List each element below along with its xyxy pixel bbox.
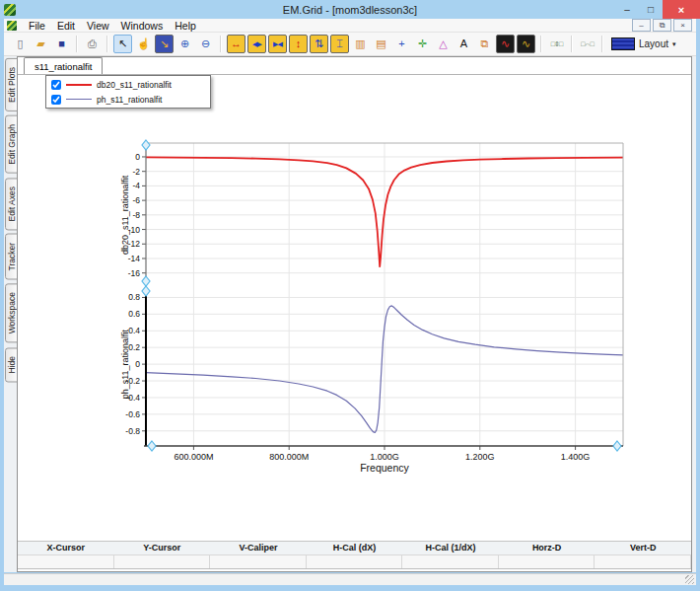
menu-items: FileEditViewWindowsHelp — [23, 20, 202, 32]
triangle-icon: △ — [439, 38, 447, 49]
magnifier-minus-icon: ⊖ — [201, 38, 210, 49]
window-controls: –□× — [615, 0, 700, 19]
zoom-in-y-button[interactable]: ⇅ — [310, 35, 328, 53]
plot-document-window — [17, 56, 692, 572]
close-button[interactable]: × — [663, 0, 700, 19]
menu-help[interactable]: Help — [169, 20, 202, 32]
fit-vertical-toggle[interactable]: □⇕□ — [547, 35, 566, 53]
child-restore-button[interactable]: ⧉ — [653, 19, 671, 32]
readout-header-h-cal-dx-: H-Cal (dX) — [307, 542, 403, 554]
status-bar — [4, 573, 696, 585]
dark-style-yellow-button[interactable]: ∿ — [517, 35, 535, 53]
toolbar: ▯▰■⎙↖☝↘⊕⊖↔◀▶▶◀↕⇅⌶▥▤+✛△A⧉∿∿□⇕□□⇔□Layout▾ — [4, 33, 696, 56]
readout-header-x-cursor: X-Cursor — [18, 542, 114, 554]
zoom-region-icon: ↘ — [160, 38, 169, 49]
menu-windows[interactable]: Windows — [115, 20, 170, 32]
axes-cross-icon: ✛ — [418, 38, 427, 49]
tab-s11-rationalfit[interactable]: s11_rationalfit — [24, 57, 103, 74]
readout-cell — [210, 555, 307, 568]
legend-label: db20_s11_rationalfit — [97, 80, 172, 90]
pan-tool-button[interactable]: ☝ — [134, 35, 153, 53]
toolbar-separator — [76, 36, 78, 52]
child-window-controls: –⧉× — [632, 19, 692, 32]
readout-cell — [114, 555, 211, 568]
printer-icon: ⎙ — [88, 38, 97, 49]
document-logo-icon[interactable] — [7, 21, 17, 31]
readout-header-v-caliper: V-Caliper — [210, 542, 307, 554]
legend-row: db20_s11_rationalfit — [46, 77, 210, 92]
legend-label: ph_s11_rationalfit — [97, 95, 162, 105]
chevron-down-icon: ▾ — [672, 40, 676, 48]
legend-checkbox-ph_s11_rationalfit[interactable] — [51, 95, 61, 105]
caliper-button[interactable]: △ — [434, 35, 453, 53]
readout-headers: X-CursorY-CursorV-CaliperH-Cal (dX)H-Cal… — [18, 542, 691, 554]
readout-cell — [18, 555, 114, 568]
vertical-panel-icon: ▥ — [355, 38, 365, 49]
h-in-arrows-icon: ▶◀ — [273, 40, 282, 47]
print-button[interactable]: ⎙ — [83, 35, 102, 53]
readout-cell — [499, 555, 595, 568]
title-bar: EM.Grid - [mom3dlesson3c] –□× — [0, 0, 700, 19]
toolbar-separator — [540, 36, 542, 52]
menu-edit[interactable]: Edit — [51, 20, 81, 32]
letter-a-icon: A — [460, 38, 467, 49]
open-file-button[interactable]: ▰ — [32, 35, 50, 53]
readout-cell — [307, 555, 403, 568]
layout-label: Layout — [639, 38, 668, 49]
toolbar-separator — [106, 36, 108, 52]
save-button[interactable]: ■ — [52, 35, 71, 53]
legend-line-sample — [66, 99, 92, 100]
resize-grip-icon[interactable] — [685, 575, 694, 584]
toolbar-separator — [220, 36, 222, 52]
plus-icon: + — [398, 38, 404, 49]
child-close-button[interactable]: × — [673, 19, 692, 32]
open-folder-icon: ▰ — [36, 38, 44, 49]
fit-horizontal-toggle[interactable]: □⇔□ — [578, 35, 596, 53]
menu-bar: FileEditViewWindowsHelp –⧉× — [4, 19, 696, 33]
clipboard-chart-icon: ⧉ — [481, 38, 489, 49]
new-file-button[interactable]: ▯ — [11, 35, 30, 53]
toolbar-separator — [571, 36, 573, 52]
zoom-in-x-button[interactable]: ◀▶ — [247, 35, 266, 53]
menu-view[interactable]: View — [81, 20, 115, 32]
minimize-button[interactable]: – — [615, 0, 639, 19]
v-compress-icon: ⌶ — [336, 38, 343, 49]
readout-header-h-cal-1-dx-: H-Cal (1/dX) — [402, 542, 499, 554]
select-tool-button[interactable]: ↖ — [113, 35, 132, 53]
legend-checkbox-db20_s11_rationalfit[interactable] — [51, 80, 61, 90]
split-vertical-button[interactable]: ▥ — [351, 35, 370, 53]
expand-x-button[interactable]: ↔ — [227, 35, 245, 53]
tracker-axes-button[interactable]: ✛ — [413, 35, 432, 53]
readout-header-y-cursor: Y-Cursor — [114, 542, 211, 554]
child-minimize-button[interactable]: – — [632, 19, 651, 32]
zoom-out-button[interactable]: ⊖ — [196, 35, 215, 53]
zoom-window-button[interactable]: ↘ — [155, 35, 174, 53]
zoom-out-x-button[interactable]: ▶◀ — [268, 35, 287, 53]
legend-line-sample — [66, 84, 92, 86]
zoom-out-y-button[interactable]: ⌶ — [330, 35, 349, 53]
menu-file[interactable]: File — [23, 20, 51, 32]
v-fit-checkboxes-icon: □⇕□ — [551, 40, 562, 47]
zoom-in-button[interactable]: ⊕ — [175, 35, 194, 53]
readout-values — [18, 554, 691, 569]
magnifier-plus-icon: ⊕ — [180, 38, 189, 49]
floppy-icon: ■ — [58, 38, 65, 49]
layout-dropdown[interactable]: Layout▾ — [611, 37, 676, 50]
red-wave-icon: ∿ — [501, 38, 510, 49]
legend-box: db20_s11_rationalfitph_s11_rationalfit — [45, 75, 211, 109]
dark-style-red-button[interactable]: ∿ — [496, 35, 515, 53]
plot-tab-bar: s11_rationalfit — [18, 57, 691, 75]
h-out-arrows-icon: ◀▶ — [252, 40, 261, 47]
v-expand-red-icon: ↕ — [296, 38, 302, 49]
readout-cell — [595, 555, 691, 568]
window-title: EM.Grid - [mom3dlesson3c] — [0, 4, 700, 16]
expand-y-button[interactable]: ↕ — [289, 35, 308, 53]
legend-row: ph_s11_rationalfit — [46, 92, 210, 107]
split-horizontal-button[interactable]: ▤ — [372, 35, 390, 53]
toolbar-separator — [601, 36, 603, 52]
text-annotation-button[interactable]: A — [455, 35, 473, 53]
add-cursor-button[interactable]: + — [392, 35, 411, 53]
h-expand-red-icon: ↔ — [231, 38, 242, 49]
maximize-button[interactable]: □ — [639, 0, 663, 19]
copy-plot-button[interactable]: ⧉ — [475, 35, 494, 53]
